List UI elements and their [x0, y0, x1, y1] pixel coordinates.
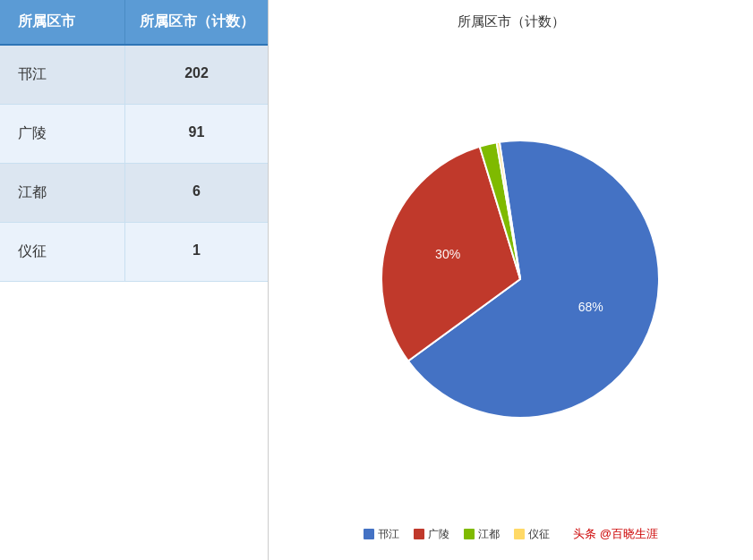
row-count: 6 [125, 164, 268, 222]
table-header: 所属区市 所属区市（计数） [0, 0, 268, 46]
legend-item: 仪征 [514, 527, 550, 542]
table-row: 仪征 1 [0, 223, 268, 282]
row-name: 江都 [0, 164, 125, 222]
legend-item: 广陵 [414, 527, 449, 542]
table-row: 广陵 91 [0, 105, 268, 164]
row-name: 仪征 [0, 223, 125, 281]
header-col1: 所属区市 [0, 0, 125, 44]
pie-label: 30% [435, 247, 460, 261]
legend-label: 广陵 [428, 527, 449, 542]
chart-legend: 邗江 广陵 江都 仪征 头条 @百晓生涯 [364, 526, 658, 542]
chart-section: 所属区市（计数） 68%30% 邗江 广陵 江都 仪征 头条 @百晓生涯 [269, 0, 753, 560]
data-table: 所属区市 所属区市（计数） 邗江 202 广陵 91 江都 6 仪征 1 [0, 0, 269, 560]
legend-item: 江都 [464, 527, 500, 542]
legend-label: 邗江 [378, 527, 399, 542]
table-body: 邗江 202 广陵 91 江都 6 仪征 1 [0, 46, 268, 282]
row-count: 202 [125, 46, 268, 104]
chart-title: 所属区市（计数） [458, 13, 565, 30]
legend-color [364, 529, 374, 539]
legend-color [514, 529, 525, 539]
table-row: 江都 6 [0, 164, 268, 223]
pie-chart: 68%30% [355, 127, 668, 431]
legend-item: 邗江 [364, 527, 399, 542]
table-row: 邗江 202 [0, 46, 268, 105]
legend-color [414, 529, 424, 539]
row-count: 1 [125, 223, 268, 281]
row-name: 广陵 [0, 105, 125, 163]
header-col2: 所属区市（计数） [125, 0, 268, 44]
row-count: 91 [125, 105, 268, 163]
pie-label: 68% [578, 300, 603, 314]
chart-container: 68%30% [278, 39, 744, 519]
legend-label: 江都 [478, 527, 500, 542]
legend-color [464, 529, 475, 539]
watermark: 头条 @百晓生涯 [573, 526, 658, 542]
legend-label: 仪征 [528, 527, 550, 542]
row-name: 邗江 [0, 46, 125, 104]
